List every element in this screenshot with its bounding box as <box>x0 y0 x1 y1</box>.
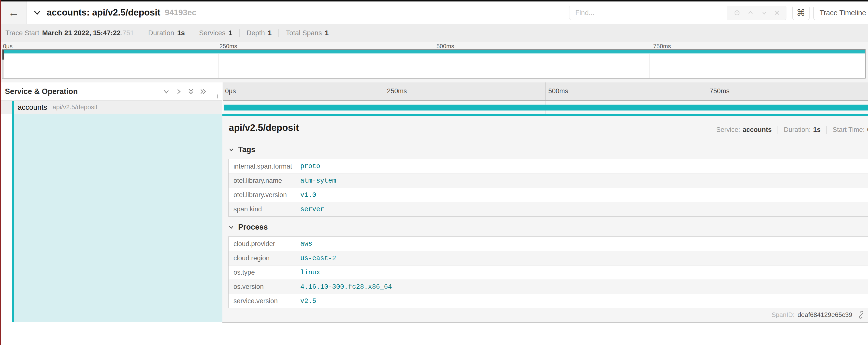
span-id-footer: SpanID: deaf684129e65c39 <box>771 311 865 319</box>
divider <box>141 29 141 37</box>
find-group: ✕ <box>569 6 786 20</box>
span-detail-panel: api/v2.5/deposit Service: accounts Durat… <box>222 114 868 323</box>
service-operation-header: Service & Operation <box>0 82 222 100</box>
span-operation-name: api/v2.5/deposit <box>53 103 97 111</box>
kv-key: internal.span.format <box>228 163 297 170</box>
minimap-tick: 250ms <box>219 43 237 50</box>
kv-value: 4.16.10-300.fc28.x86_64 <box>297 283 392 291</box>
view-selector-button[interactable]: Trace Timeline <box>813 6 868 20</box>
trace-minimap: 0μs 250ms 500ms 750ms <box>0 42 868 82</box>
process-table: cloud.provider aws cloud.region us-east-… <box>228 236 868 308</box>
minimap-span-bar-underline <box>2 53 865 54</box>
back-button[interactable]: ← <box>1 1 27 24</box>
kv-value: us-east-2 <box>297 255 336 262</box>
span-timeline-cell <box>223 100 868 114</box>
collapse-trace-chevron-down-icon[interactable] <box>32 8 42 17</box>
meta-label: Duration: <box>784 126 811 134</box>
keyboard-shortcuts-button[interactable]: ⌘ <box>792 6 809 20</box>
trace-meta-bar: Trace Start March 21 2022, 15:47:22 .751… <box>0 24 868 42</box>
back-arrow-icon: ← <box>8 6 19 19</box>
tags-section-header[interactable]: Tags <box>228 145 255 154</box>
minimap-scrubber-handle[interactable] <box>2 50 4 60</box>
span-id-label: SpanID: <box>771 311 795 319</box>
minimap-tick: 500ms <box>436 43 454 50</box>
kv-row: span.kind server <box>228 202 868 216</box>
command-icon: ⌘ <box>797 8 805 18</box>
page-title: accounts: api/v2.5/deposit <box>47 7 160 18</box>
section-title: Process <box>238 223 268 232</box>
kv-row: os.version 4.16.10-300.fc28.x86_64 <box>228 280 868 294</box>
minimap-tick: 750ms <box>653 43 671 50</box>
list-left-border <box>2 82 2 322</box>
meta-label: Services <box>199 29 225 37</box>
expand-all-double-chevron-right-icon[interactable] <box>199 87 208 96</box>
find-input[interactable] <box>569 6 727 20</box>
minimap-gridline <box>434 50 434 78</box>
span-detail-left-gutter <box>0 114 222 322</box>
selected-span-highlight <box>14 114 222 322</box>
clear-find-close-icon[interactable]: ✕ <box>774 9 780 17</box>
meta-value: March 21 2022, 15:47:22 <box>42 29 120 37</box>
meta-label: Service: <box>716 126 740 134</box>
trace-id-short: 94193ec <box>165 8 196 17</box>
timeline-gridline <box>545 82 546 100</box>
span-service-name: accounts <box>18 103 47 112</box>
minimap-tick: 0μs <box>3 43 12 50</box>
kv-value: aws <box>297 240 312 248</box>
kv-key: span.kind <box>228 205 297 213</box>
kv-value: linux <box>297 269 320 276</box>
timeline-ticks-header: 0μs 250ms 500ms 750ms <box>223 82 868 100</box>
divider <box>239 29 240 37</box>
view-selector-label: Trace Timeline <box>819 9 866 17</box>
timeline-tick: 250ms <box>387 87 407 95</box>
span-detail-meta: Service: accounts Duration: 1s Start Tim… <box>716 126 868 134</box>
next-result-chevron-down-icon[interactable] <box>761 9 768 17</box>
span-name-cell[interactable]: accounts api/v2.5/deposit <box>0 100 222 114</box>
timeline-gridline <box>384 82 384 100</box>
meta-value-suffix: .751 <box>121 29 134 37</box>
kv-value: atm-sytem <box>297 177 336 184</box>
minimap-canvas[interactable] <box>2 49 866 79</box>
collapse-one-chevron-down-icon[interactable] <box>162 87 170 96</box>
meta-label: Start Time: <box>833 126 865 134</box>
prev-result-chevron-up-icon[interactable] <box>747 9 754 17</box>
kv-row: os.type linux <box>228 265 868 280</box>
kv-row: cloud.region us-east-2 <box>228 251 868 265</box>
column-resizer-grip[interactable] <box>216 94 218 98</box>
expand-one-chevron-right-icon[interactable] <box>175 87 183 96</box>
service-color-stripe <box>12 114 14 322</box>
kv-value: v1.0 <box>297 192 316 199</box>
kv-row: internal.span.format proto <box>228 159 868 173</box>
service-color-stripe <box>12 100 14 114</box>
meta-label: Duration <box>148 29 174 37</box>
kv-row: service.version v2.5 <box>228 294 868 308</box>
span-row[interactable]: accounts api/v2.5/deposit <box>0 100 868 114</box>
span-detail-title: api/v2.5/deposit <box>229 122 299 133</box>
meta-label: Trace Start <box>5 29 39 37</box>
process-section-header[interactable]: Process <box>228 223 268 232</box>
divider <box>278 29 279 37</box>
chevron-down-icon <box>228 224 235 231</box>
meta-value: 1s <box>813 126 820 134</box>
tags-table: internal.span.format proto otel.library.… <box>228 159 868 217</box>
meta-value: 1 <box>268 29 272 37</box>
collapse-all-double-chevron-down-icon[interactable] <box>187 87 195 96</box>
locate-icon[interactable] <box>733 9 741 17</box>
kv-row: otel.library.name atm-sytem <box>228 173 868 188</box>
meta-value: 0μs <box>867 126 868 134</box>
window-left-edge <box>0 0 1 345</box>
divider <box>229 142 868 142</box>
kv-row: otel.library.version v1.0 <box>228 188 868 202</box>
meta-value: 1 <box>325 29 329 37</box>
meta-value: 1 <box>228 29 232 37</box>
kv-key: os.version <box>228 283 297 291</box>
kv-value: proto <box>297 163 320 170</box>
span-detail-section: api/v2.5/deposit Service: accounts Durat… <box>0 114 868 323</box>
meta-label: Depth <box>247 29 265 37</box>
kv-key: otel.library.name <box>228 177 297 184</box>
span-duration-bar[interactable] <box>224 105 868 111</box>
kv-value: server <box>297 206 324 213</box>
jaeger-trace-page: ← accounts: api/v2.5/deposit 94193ec <box>0 0 868 345</box>
find-addon: ✕ <box>727 6 786 20</box>
deep-link-icon[interactable] <box>857 311 865 319</box>
